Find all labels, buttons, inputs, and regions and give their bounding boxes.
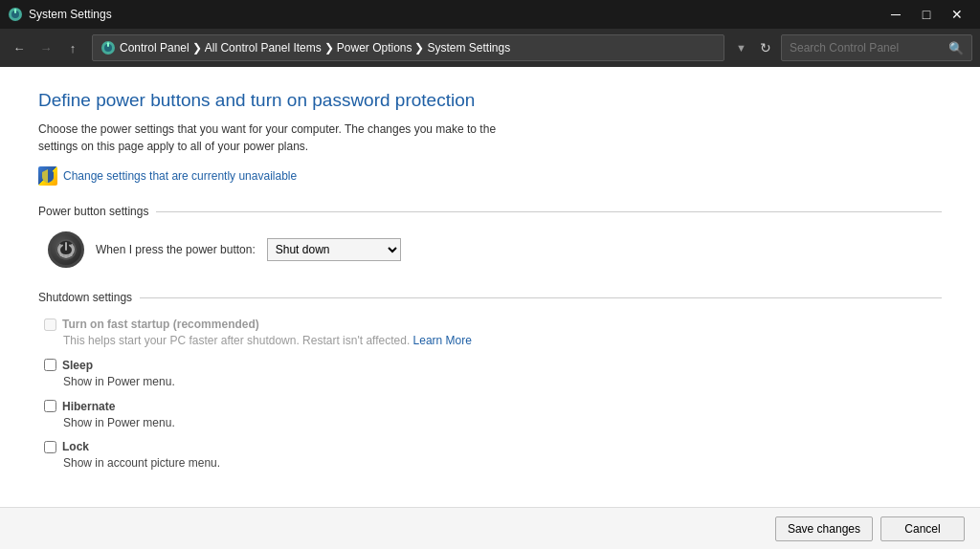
fast-startup-item: Turn on fast startup (recommended) This … [38,318,942,349]
shutdown-section-header: Shutdown settings [38,291,942,304]
shutdown-section: Turn on fast startup (recommended) This … [38,318,942,472]
hibernate-label: Hibernate [62,400,115,413]
power-button-label: When I press the power button: [96,243,256,256]
sleep-item: Sleep Show in Power menu. [38,359,942,390]
minimize-button[interactable]: ─ [880,0,911,29]
path-power-options[interactable]: Power Options [337,41,412,55]
lock-item: Lock Show in account picture menu. [38,440,942,472]
shield-icon [38,166,57,186]
fast-startup-checkbox[interactable] [44,318,56,331]
search-box: 🔍 [781,34,972,61]
sleep-checkbox[interactable] [44,359,56,371]
power-action-dropdown[interactable]: Shut down Do nothing Sleep Hibernate Tur… [267,238,401,261]
svg-point-7 [107,42,109,44]
divider-line [156,211,942,212]
sleep-checkbox-row: Sleep [44,359,942,372]
learn-more-link[interactable]: Learn More [413,334,472,347]
sleep-description: Show in Power menu. [44,374,942,390]
path-dropdown-button[interactable]: ▼ [732,42,750,54]
hibernate-description: Show in Power menu. [44,415,942,431]
sleep-label: Sleep [62,359,93,372]
refresh-button[interactable]: ↻ [754,36,777,59]
fast-startup-checkbox-row: Turn on fast startup (recommended) [44,318,942,331]
title-bar-left: System Settings [8,7,112,22]
page-description: Choose the power settings that you want … [38,121,536,155]
content-area: Define power buttons and turn on passwor… [0,67,980,507]
save-changes-button[interactable]: Save changes [775,516,873,541]
change-settings-link[interactable]: Change settings that are currently unava… [63,169,297,183]
hibernate-checkbox-row: Hibernate [44,400,942,413]
page-heading: Define power buttons and turn on passwor… [38,90,942,111]
forward-button[interactable]: → [34,36,57,59]
cancel-button[interactable]: Cancel [880,516,965,541]
path-system-settings[interactable]: System Settings [427,41,510,55]
hibernate-item: Hibernate Show in Power menu. [38,400,942,431]
power-button-section-header: Power button settings [38,205,942,218]
lock-label: Lock [62,440,89,453]
title-bar: System Settings ─ □ ✕ [0,0,980,29]
search-input[interactable] [790,41,948,55]
svg-point-8 [56,240,76,259]
lock-checkbox[interactable] [44,441,56,453]
lock-checkbox-row: Lock [44,440,942,453]
settings-link-row: Change settings that are currently unava… [38,166,942,186]
close-button[interactable]: ✕ [942,0,972,29]
shutdown-section-label: Shutdown settings [38,291,140,304]
lock-description: Show in account picture menu. [44,455,942,472]
svg-point-3 [14,9,16,11]
window-controls: ─ □ ✕ [880,0,972,29]
power-icon [48,231,84,268]
app-icon [8,7,23,22]
up-button[interactable]: ↑ [61,36,84,59]
window-title: System Settings [29,8,112,21]
path-all-items[interactable]: All Control Panel Items [205,41,322,55]
bottom-bar: Save changes Cancel [0,507,980,549]
address-path: Control Panel ❯ All Control Panel Items … [92,34,724,61]
power-button-section-label: Power button settings [38,205,156,218]
maximize-button[interactable]: □ [911,0,942,29]
hibernate-checkbox[interactable] [44,400,56,412]
address-bar: ← → ↑ Control Panel ❯ All Control Panel … [0,29,980,67]
fast-startup-label: Turn on fast startup (recommended) [62,318,259,331]
path-control-panel[interactable]: Control Panel [120,41,189,55]
divider-line-2 [140,297,942,298]
search-icon: 🔍 [948,41,964,55]
back-button[interactable]: ← [8,36,31,59]
main-content: Define power buttons and turn on passwor… [0,67,980,549]
power-button-row: When I press the power button: Shut down… [38,231,942,268]
fast-startup-description: This helps start your PC faster after sh… [44,333,942,349]
